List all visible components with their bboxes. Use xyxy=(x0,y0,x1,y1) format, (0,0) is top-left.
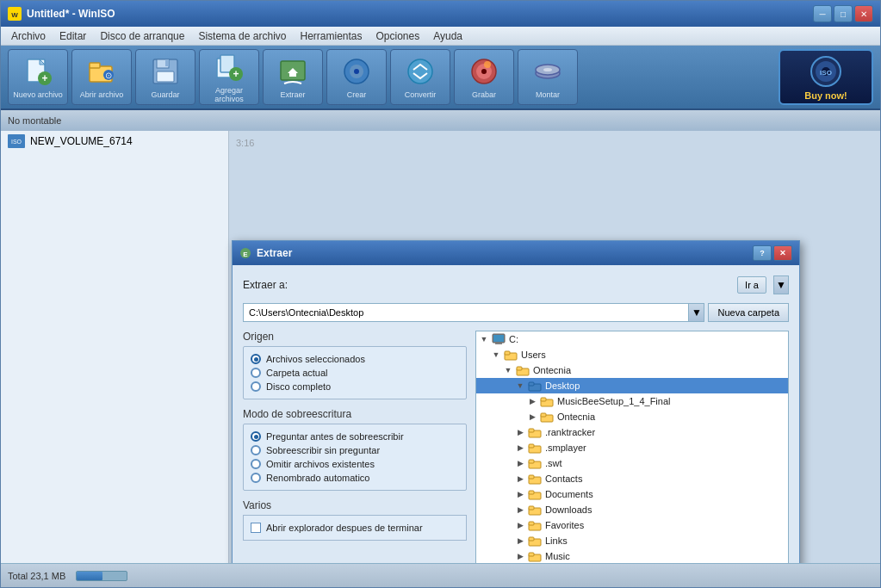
svg-rect-12 xyxy=(157,71,174,82)
radio-carpeta xyxy=(251,368,261,378)
menu-sistema[interactable]: Sistema de archivo xyxy=(191,28,293,44)
menu-archivo[interactable]: Archivo xyxy=(4,28,53,44)
svg-rect-47 xyxy=(541,398,546,401)
convertir-button[interactable]: Convertir xyxy=(390,49,450,105)
buy-now-button[interactable]: ISO Buy now! xyxy=(779,49,873,105)
expand-links[interactable]: ▶ xyxy=(516,536,524,545)
menu-herramientas[interactable]: Herramientas xyxy=(293,28,369,44)
folder-icon-rank xyxy=(528,426,542,438)
abrir-archivo-button[interactable]: ⊙ Abrir archivo xyxy=(71,49,132,105)
expand-c[interactable]: ▼ xyxy=(480,335,488,344)
expand-musicbee[interactable]: ▶ xyxy=(528,397,537,405)
menu-ayuda[interactable]: Ayuda xyxy=(426,28,469,44)
folder-icon-favs xyxy=(528,519,542,531)
menu-editar[interactable]: Editar xyxy=(53,28,93,44)
crear-button[interactable]: Crear xyxy=(326,49,387,105)
montar-icon xyxy=(532,56,563,87)
tree-item-downloads[interactable]: ▶ Downloads xyxy=(476,502,788,517)
save-icon xyxy=(150,56,181,87)
guardar-toolbar-button[interactable]: Guardar xyxy=(135,49,195,105)
expand-downloads[interactable]: ▶ xyxy=(516,505,524,514)
checkbox-box xyxy=(251,523,261,533)
folder-icon-swt xyxy=(528,457,542,469)
close-button[interactable]: ✕ xyxy=(854,5,873,22)
modo-preguntar-option[interactable]: Preguntar antes de sobreescribir xyxy=(251,431,459,442)
tree-item-swt[interactable]: ▶ .swt xyxy=(476,455,788,471)
tree-item-smplayer[interactable]: ▶ .smplayer xyxy=(476,440,788,455)
mount-status-bar: No montable xyxy=(1,110,880,131)
expand-documents[interactable]: ▶ xyxy=(516,490,524,498)
tree-label-ranktracker: .ranktracker xyxy=(545,427,595,437)
expand-ranktracker[interactable]: ▶ xyxy=(516,428,524,436)
ir-a-dropdown[interactable]: ▼ xyxy=(773,275,789,294)
tree-item-music[interactable]: ▶ Music xyxy=(476,548,788,563)
expand-ontecnia2[interactable]: ▶ xyxy=(528,412,537,421)
dialog-help-button[interactable]: ? xyxy=(753,245,772,261)
iso-icon: ISO xyxy=(8,134,25,148)
tree-item-c[interactable]: ▼ C: xyxy=(476,331,788,347)
tree-item-contacts[interactable]: ▶ Contacts xyxy=(476,471,788,486)
montar-button[interactable]: Montar xyxy=(518,49,578,105)
svg-rect-59 xyxy=(529,491,534,494)
open-file-icon: ⊙ xyxy=(86,56,117,87)
tree-item-musicbee[interactable]: ▶ MusicBeeSetup_1_4_Final xyxy=(476,393,788,409)
varios-section: Varios Abrir explorador despues de termi… xyxy=(243,499,467,541)
tree-item-links[interactable]: ▶ Links xyxy=(476,533,788,548)
extract-to-label: Extraer a: xyxy=(243,279,288,291)
minimize-button[interactable]: ─ xyxy=(813,5,832,22)
abrir-explorador-checkbox[interactable]: Abrir explorador despues de terminar xyxy=(243,515,467,541)
tree-item-documents[interactable]: ▶ Documents xyxy=(476,486,788,502)
origen-carpeta-option[interactable]: Carpeta actual xyxy=(251,368,459,378)
tree-label-desktop: Desktop xyxy=(545,381,580,391)
file-item[interactable]: ISO NEW_VOLUME_6714 xyxy=(1,131,228,152)
svg-text:E: E xyxy=(243,251,248,258)
crear-icon xyxy=(341,56,372,87)
agregar-archivos-button[interactable]: + Agregar archivos xyxy=(199,49,259,105)
menu-disco[interactable]: Disco de arranque xyxy=(93,28,191,44)
expand-smplayer[interactable]: ▶ xyxy=(516,443,524,452)
svg-point-30 xyxy=(543,68,552,71)
expand-contacts[interactable]: ▶ xyxy=(516,474,524,483)
path-input[interactable] xyxy=(243,303,689,322)
modo-renombrar-option[interactable]: Renombrado automatico xyxy=(251,473,459,483)
dialog-title-bar: E Extraer ? ✕ xyxy=(233,241,799,265)
origen-disco-option[interactable]: Disco completo xyxy=(251,381,459,392)
expand-users[interactable]: ▼ xyxy=(492,350,500,359)
nueva-carpeta-button[interactable]: Nueva carpeta xyxy=(708,303,789,322)
path-dropdown-arrow[interactable]: ▼ xyxy=(689,303,704,322)
grabar-label: Grabar xyxy=(472,90,496,99)
maximize-button[interactable]: □ xyxy=(834,5,853,22)
folder-tree[interactable]: ▼ C: ▼ xyxy=(475,331,789,563)
expand-swt[interactable]: ▶ xyxy=(516,459,524,467)
tree-item-users[interactable]: ▼ Users xyxy=(476,347,788,362)
grabar-button[interactable]: Grabar xyxy=(454,49,514,105)
modo-radio-group: Preguntar antes de sobreescribir Sobrees… xyxy=(243,424,467,491)
tree-item-ontecnia[interactable]: ▼ Ontecnia xyxy=(476,362,788,378)
dialog-close-button[interactable]: ✕ xyxy=(773,245,792,261)
ir-a-button[interactable]: Ir a xyxy=(737,276,766,294)
tree-label-contacts: Contacts xyxy=(545,473,582,484)
menu-opciones[interactable]: Opciones xyxy=(369,28,427,44)
svg-point-27 xyxy=(484,61,491,68)
modo-omitir-option[interactable]: Omitir archivos existentes xyxy=(251,459,459,469)
expand-favorites[interactable]: ▶ xyxy=(516,521,524,529)
dialog-icon: E xyxy=(239,247,251,259)
nuevo-archivo-button[interactable]: + Nuevo archivo xyxy=(8,49,68,105)
tree-item-ontecnia2[interactable]: ▶ Ontecnia xyxy=(476,409,788,424)
radio-dot-2 xyxy=(254,435,258,439)
folder-icon-downloads xyxy=(528,504,542,516)
expand-ontecnia[interactable]: ▼ xyxy=(504,366,512,374)
tree-item-favorites[interactable]: ▶ Favorites xyxy=(476,517,788,533)
radio-omitir xyxy=(251,459,261,469)
origen-archivos-option[interactable]: Archivos seleccionados xyxy=(251,354,459,364)
tree-label-ontecnia: Ontecnia xyxy=(533,365,571,375)
expand-music[interactable]: ▶ xyxy=(516,552,524,560)
extraer-button[interactable]: Extraer xyxy=(263,49,323,105)
folder-icon-smp xyxy=(528,442,542,454)
extraer-label: Extraer xyxy=(280,90,305,99)
expand-desktop[interactable]: ▼ xyxy=(516,381,524,390)
tree-item-ranktracker[interactable]: ▶ .ranktracker xyxy=(476,424,788,440)
modo-sobreescribir-option[interactable]: Sobreescribir sin preguntar xyxy=(251,445,459,455)
tree-item-desktop[interactable]: ▼ Desktop xyxy=(476,378,788,393)
folder-open-icon xyxy=(528,380,542,392)
